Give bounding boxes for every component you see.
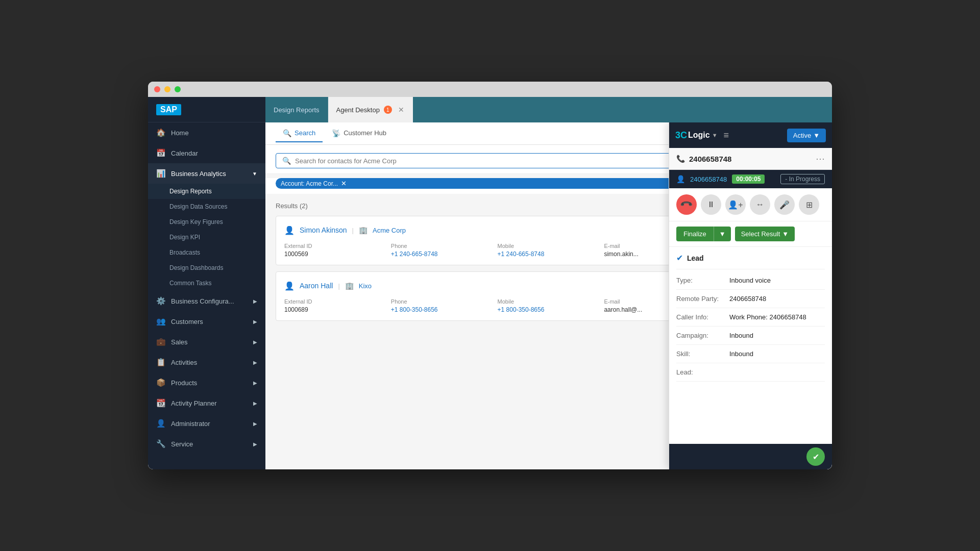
sidebar-sub-design-reports[interactable]: Design Reports [148, 184, 265, 199]
sidebar-item-calendar[interactable]: 📅 Calendar [148, 143, 265, 163]
sidebar-item-customers[interactable]: 👥 Customers ▶ [148, 311, 265, 332]
products-expand-icon: ▶ [253, 380, 257, 386]
sidebar-sub-design-kpi[interactable]: Design KPI [148, 230, 265, 245]
select-result-label: Select Result [741, 230, 780, 238]
sub-nav-hub-label: Customer Hub [344, 129, 386, 137]
app-window: SAP 🏠 Home 📅 Calendar 📊 Business Analyti… [148, 82, 832, 469]
sidebar-item-home[interactable]: 🏠 Home [148, 122, 265, 143]
cti-more-icon[interactable]: ⋯ [816, 153, 825, 164]
result-name-2[interactable]: Aaron Hall [300, 282, 333, 290]
campaign-label: Campaign: [676, 332, 727, 339]
cti-menu-icon[interactable]: ≡ [724, 130, 729, 141]
analytics-icon: 📊 [156, 169, 166, 178]
remote-label: Remote Party: [676, 295, 727, 303]
home-icon: 🏠 [156, 128, 166, 137]
sidebar-sub-design-key-figures[interactable]: Design Key Figures [148, 214, 265, 230]
app-container: SAP 🏠 Home 📅 Calendar 📊 Business Analyti… [148, 97, 832, 469]
hub-nav-icon: 📡 [332, 129, 340, 137]
hangup-button[interactable]: 📞 [672, 190, 701, 219]
person-icon-1: 👤 [284, 226, 295, 235]
lead-header: ✔ Lead [676, 253, 825, 269]
select-result-button[interactable]: Select Result ▼ [735, 227, 795, 241]
phone-label-1: Phone [391, 243, 494, 249]
sub-nav-customer-hub[interactable]: 📡 Customer Hub [325, 125, 394, 142]
result-company-2[interactable]: Kixo [359, 282, 372, 290]
sidebar-item-business-analytics[interactable]: 📊 Business Analytics ▼ [148, 163, 265, 184]
service-icon: 🔧 [156, 439, 166, 448]
tab-agent-desktop[interactable]: Agent Desktop 1 ✕ [328, 97, 413, 122]
sidebar-item-sales[interactable]: 💼 Sales ▶ [148, 332, 265, 352]
sidebar-item-business-config[interactable]: ⚙️ Business Configura... ▶ [148, 291, 265, 311]
tab-close-icon[interactable]: ✕ [398, 106, 404, 114]
sidebar-item-config-label: Business Configura... [171, 297, 234, 305]
mute-button[interactable]: 🎤 [774, 194, 795, 215]
sidebar-sub-design-data-sources[interactable]: Design Data Sources [148, 199, 265, 214]
sidebar-sub-design-dashboards[interactable]: Design Dashboards [148, 260, 265, 276]
products-icon: 📦 [156, 378, 166, 387]
result-company-1[interactable]: Acme Corp [373, 227, 406, 234]
sidebar-item-admin-label: Administrator [171, 420, 210, 428]
tab-design-reports-label: Design Reports [274, 106, 320, 114]
sidebar-sub-kpi-label: Design KPI [169, 234, 200, 241]
mobile-value-2[interactable]: +1 800-350-8656 [498, 306, 600, 313]
title-bar [148, 82, 832, 97]
sidebar-item-activity-planner[interactable]: 📆 Activity Planner ▶ [148, 393, 265, 413]
type-label: Type: [676, 277, 727, 284]
sidebar-item-products[interactable]: 📦 Products ▶ [148, 372, 265, 393]
add-call-button[interactable]: 👤+ [725, 194, 746, 215]
top-bar: Design Reports Agent Desktop 1 ✕ [265, 97, 832, 122]
config-icon: ⚙️ [156, 296, 166, 306]
maximize-icon[interactable] [175, 86, 181, 92]
tab-agent-desktop-label: Agent Desktop [336, 106, 380, 114]
sidebar-item-service[interactable]: 🔧 Service ▶ [148, 434, 265, 454]
sidebar-sub-broadcasts[interactable]: Broadcasts [148, 245, 265, 260]
mobile-value-1[interactable]: +1 240-665-8748 [498, 251, 600, 258]
ext-id-value-1: 1000569 [284, 251, 387, 258]
tab-design-reports[interactable]: Design Reports [265, 97, 328, 122]
sales-expand-icon: ▶ [253, 339, 257, 345]
caller-label: Caller Info: [676, 313, 727, 321]
search-nav-icon: 🔍 [283, 129, 291, 137]
transfer-button[interactable]: ↔ [750, 194, 770, 215]
phone-label-2: Phone [391, 298, 494, 305]
sidebar-item-planner-label: Activity Planner [171, 399, 217, 407]
ext-id-label-2: External ID [284, 298, 387, 305]
sidebar-item-administrator[interactable]: 👤 Administrator ▶ [148, 413, 265, 434]
filter-tag-close-icon[interactable]: ✕ [341, 180, 347, 187]
phone-value-1[interactable]: +1 240-665-8748 [391, 251, 494, 258]
filter-tag-text: Account: Acme Cor... [281, 180, 338, 187]
cti-lead-section: ✔ Lead Type: Inbound voice Remote Party:… [669, 247, 832, 444]
sidebar-sub-common-tasks[interactable]: Common Tasks [148, 276, 265, 291]
minimize-icon[interactable] [164, 86, 170, 92]
sub-nav-search[interactable]: 🔍 Search [276, 125, 323, 142]
calendar-icon: 📅 [156, 148, 166, 158]
info-row-campaign: Campaign: Inbound [676, 332, 825, 345]
cti-action-button[interactable]: ✔ [806, 447, 825, 466]
field-mobile-2: Mobile +1 800-350-8656 [498, 298, 600, 313]
cti-version-icon: ▼ [712, 132, 718, 138]
hold-button[interactable]: ⏸ [701, 194, 721, 215]
tab-strip: Design Reports Agent Desktop 1 ✕ [265, 97, 413, 122]
lead-field-label: Lead: [676, 368, 727, 376]
ext-id-value-2: 1000689 [284, 306, 387, 313]
lead-title: Lead [687, 254, 704, 262]
tab-badge: 1 [384, 106, 392, 114]
activities-icon: 📋 [156, 358, 166, 367]
phone-value-2[interactable]: +1 800-350-8656 [391, 306, 494, 313]
sidebar-sub-dashboards-label: Design Dashboards [169, 264, 223, 271]
sidebar-sub-broadcasts-label: Broadcasts [169, 249, 200, 256]
keypad-button[interactable]: ⊞ [799, 194, 819, 215]
info-row-type: Type: Inbound voice [676, 277, 825, 290]
close-icon[interactable] [154, 86, 160, 92]
cti-finalize-row: Finalize ▼ Select Result ▼ [669, 221, 832, 247]
cti-caller-number[interactable]: 2406658748 [690, 176, 727, 183]
finalize-arrow-icon[interactable]: ▼ [714, 227, 731, 241]
sidebar-sub-data-sources-label: Design Data Sources [169, 203, 227, 210]
cti-active-button[interactable]: Active ▼ [787, 129, 826, 142]
cti-logo: 3C Logic ▼ [675, 130, 718, 141]
select-result-arrow: ▼ [782, 230, 789, 238]
sidebar-item-activities[interactable]: 📋 Activities ▶ [148, 352, 265, 372]
result-name-1[interactable]: Simon Akinson [300, 226, 347, 234]
field-phone-2: Phone +1 800-350-8656 [391, 298, 494, 313]
finalize-button[interactable]: Finalize ▼ [676, 227, 731, 241]
